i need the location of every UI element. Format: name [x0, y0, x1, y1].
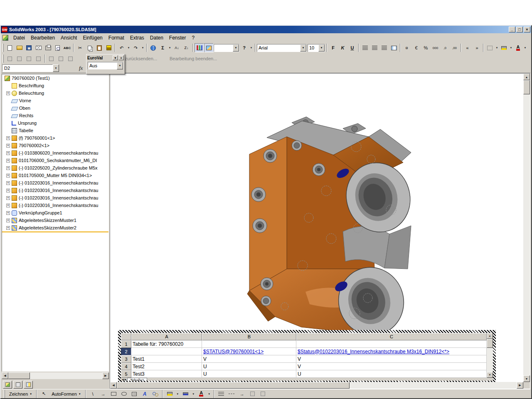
viewport-vertical-scrollbar[interactable]: ▲ ▼ [523, 74, 530, 382]
euroval-close-button[interactable]: × [118, 55, 124, 60]
expand-icon[interactable]: + [6, 159, 10, 163]
fill-color-dropdown[interactable]: ▼ [509, 43, 513, 52]
tree-item-tabelle[interactable]: Tabelle [2, 127, 108, 134]
euroval-combo[interactable]: Aus ▼ [88, 62, 123, 69]
scroll-down-icon[interactable]: ▼ [487, 372, 493, 378]
tree-item-component[interactable]: +(-) 0102203016_Innensechskantschrau [2, 187, 108, 194]
zeichnen-menu-button[interactable]: Zeichnen ▼ [7, 390, 34, 398]
toolbar-grip[interactable] [4, 390, 5, 398]
feature-tree[interactable]: 790760020 (Test1) Beschriftung +Beleucht… [2, 74, 109, 372]
table-vertical-scrollbar[interactable]: ▲ ▼ [487, 333, 493, 378]
disabled-tool-button[interactable] [47, 54, 56, 63]
row-header-selected[interactable]: 2 [121, 348, 131, 355]
column-header-a[interactable]: A [131, 333, 202, 340]
fill-color-dropdown[interactable]: ▼ [175, 389, 180, 399]
design-table-ole-frame[interactable]: A B C 1 Tabelle für: 790760020 2 $STATUS… [118, 330, 496, 384]
sort-ascending-button[interactable]: A↓ [172, 43, 182, 52]
sheet-nav-right-icon[interactable]: ▶ [125, 378, 127, 381]
expand-icon[interactable]: + [6, 196, 10, 200]
tree-item-beschriftung[interactable]: Beschriftung [2, 82, 108, 89]
new-button[interactable] [5, 43, 15, 52]
redo-button[interactable]: ↷ [131, 43, 140, 52]
font-color-button[interactable]: A [513, 43, 523, 52]
cell-c1[interactable] [296, 340, 487, 348]
borders-dropdown[interactable]: ▼ [495, 43, 499, 52]
save-button[interactable] [24, 43, 34, 52]
close-button[interactable]: × [524, 27, 530, 32]
font-size-combo[interactable]: 10 ▼ [308, 44, 325, 52]
scrollbar-track[interactable] [523, 94, 530, 375]
cell-name-box[interactable]: D2 [2, 64, 53, 72]
font-color-dropdown[interactable]: ▼ [523, 43, 527, 52]
propertymanager-tab[interactable] [13, 381, 22, 389]
expand-icon[interactable]: + [6, 151, 10, 155]
name-box-dropdown[interactable]: ▼ [53, 64, 59, 72]
arrow-tool-button[interactable]: → [99, 389, 108, 399]
cell-a2[interactable] [131, 348, 202, 355]
oval-tool-button[interactable] [119, 389, 129, 399]
autosum-dropdown[interactable]: ▼ [167, 43, 172, 52]
row-header[interactable]: 4 [121, 363, 131, 370]
column-header-c[interactable]: C [296, 333, 487, 340]
thousands-button[interactable]: 000 [431, 43, 440, 52]
expand-icon[interactable]: + [6, 219, 10, 222]
cell-c3[interactable]: V [296, 355, 487, 363]
shadow-button[interactable] [248, 389, 257, 399]
disabled-tool-button[interactable] [24, 54, 34, 63]
design-table[interactable]: A B C 1 Tabelle für: 790760020 2 $STATUS… [121, 333, 493, 381]
expand-icon[interactable]: + [6, 91, 10, 95]
rectangle-tool-button[interactable] [109, 389, 118, 399]
euro-button[interactable]: € [411, 43, 421, 52]
print-button[interactable] [43, 43, 53, 52]
tree-item-component[interactable]: +0101706000_Sechskantmutter_M6_DI [2, 157, 108, 164]
chevron-down-icon[interactable]: ▼ [300, 44, 306, 52]
expand-icon[interactable]: + [6, 204, 10, 207]
open-button[interactable] [15, 43, 24, 52]
select-objects-button[interactable]: ↖ [39, 389, 49, 399]
bold-button[interactable]: F [328, 43, 338, 52]
scroll-down-icon[interactable]: ▼ [523, 375, 530, 382]
expand-icon[interactable]: + [6, 174, 10, 177]
sheet-tab[interactable]: Tabelle1 [127, 378, 147, 381]
euroval-dropdown[interactable]: ▼ [113, 55, 118, 60]
scroll-left-icon[interactable]: ◀ [2, 372, 8, 379]
increase-decimal-button[interactable]: ,0 [440, 43, 450, 52]
hyperlink-button[interactable] [148, 43, 158, 52]
row-header[interactable]: 1 [121, 340, 131, 348]
line-color-button[interactable] [181, 389, 190, 399]
sort-descending-button[interactable]: Z↓ [182, 43, 191, 52]
viewport-horizontal-scrollbar[interactable]: ◀ ▶ [110, 382, 523, 389]
scrollbar-thumb[interactable] [487, 339, 493, 348]
scroll-left-icon[interactable]: ◀ [110, 382, 117, 389]
line-tool-button[interactable]: \ [88, 389, 98, 399]
fill-color-button[interactable] [499, 43, 509, 52]
scrollbar-thumb[interactable] [117, 382, 350, 389]
menu-ansicht[interactable]: Ansicht [58, 34, 80, 42]
font-color-button[interactable]: A [197, 389, 206, 399]
ole-menu-text[interactable]: Bearbeitung beenden... [170, 56, 217, 61]
disabled-tool-button[interactable] [5, 54, 15, 63]
dash-style-button[interactable] [227, 389, 236, 399]
cell-c5[interactable]: U [296, 370, 487, 378]
menu-format[interactable]: Format [106, 34, 127, 42]
align-center-button[interactable] [370, 43, 379, 52]
cell-c4[interactable]: V [296, 363, 487, 370]
decrease-decimal-button[interactable]: ,00 [450, 43, 459, 52]
threed-button[interactable] [258, 389, 268, 399]
scroll-right-icon[interactable]: ▶ [517, 382, 523, 389]
euroval-title-bar[interactable]: EuroVal ▼ × [86, 54, 125, 61]
drawing-toggle-button[interactable] [204, 43, 214, 52]
help-button[interactable]: ? [239, 43, 249, 52]
undo-button[interactable]: ↶ [117, 43, 126, 52]
chart-wizard-button[interactable] [195, 43, 204, 52]
fill-color-button[interactable] [165, 389, 175, 399]
tree-item-component[interactable]: +0101705000_Mutter M5 DIN934<1> [2, 172, 108, 179]
cell-b5[interactable]: U [202, 370, 296, 378]
menu-fenster[interactable]: Fenster [166, 34, 189, 42]
underline-button[interactable]: U [347, 43, 357, 52]
cell-b2[interactable]: $STATUS@790760001<1> [202, 348, 296, 355]
tree-item-component[interactable]: +(-) 0102203016_Innensechskantschrau [2, 194, 108, 202]
zoom-combo[interactable]: ▼ [214, 44, 239, 52]
line-color-dropdown[interactable]: ▼ [191, 389, 196, 399]
menu-datei[interactable]: Datei [10, 34, 28, 42]
